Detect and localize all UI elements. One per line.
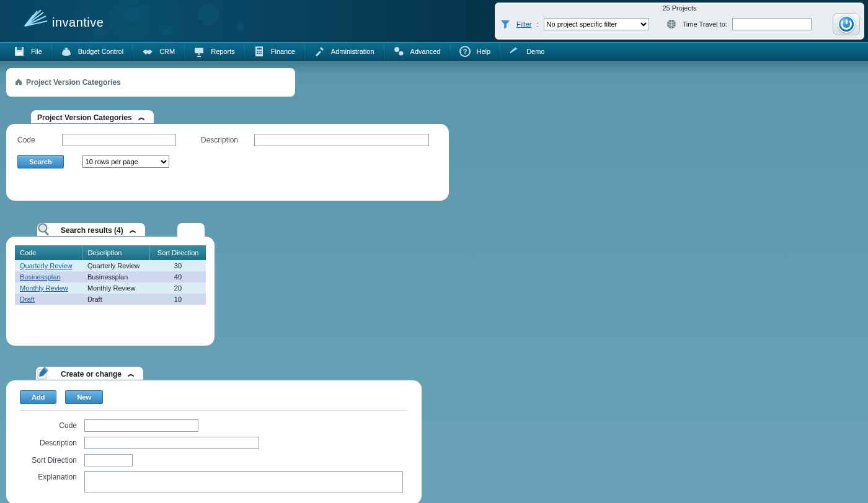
cell-desc: Monthly Review	[82, 282, 150, 294]
save-icon	[12, 45, 26, 58]
cell-desc: Businessplan	[82, 271, 150, 282]
brand-text: invantive	[52, 15, 104, 30]
timetravel-label: Time Travel to:	[683, 20, 727, 28]
cell-code: Businessplan	[15, 271, 82, 282]
projects-toolbar: 25 Projects Filter : No project specific…	[495, 2, 864, 40]
col-description[interactable]: Description	[82, 245, 150, 260]
menu-file[interactable]: File	[4, 43, 51, 60]
demo-icon	[508, 45, 521, 58]
description-input[interactable]	[254, 134, 429, 146]
results-aux-tab[interactable]	[177, 223, 205, 237]
tools-icon	[312, 45, 326, 58]
projects-count: 25 Projects	[499, 4, 860, 13]
svg-point-14	[399, 51, 403, 56]
menu-administration[interactable]: Administration	[304, 43, 383, 60]
divider	[20, 410, 408, 411]
search-button[interactable]: Search	[17, 155, 64, 168]
filter-select[interactable]: No project specific filter	[544, 18, 649, 30]
create-code-input[interactable]	[84, 419, 198, 432]
menu-label: Advanced	[410, 48, 441, 55]
svg-rect-4	[195, 48, 203, 53]
menu-help[interactable]: ? Help	[450, 43, 500, 60]
power-icon	[838, 15, 855, 33]
logo-icon	[19, 2, 48, 32]
filter-sep: :	[536, 20, 538, 28]
code-link[interactable]: Businessplan	[20, 273, 60, 281]
menu-crm[interactable]: CRM	[132, 43, 184, 60]
menu-label: Help	[477, 48, 491, 55]
menu-finance[interactable]: Finance	[244, 43, 304, 60]
presentation-icon	[192, 45, 206, 58]
svg-point-13	[394, 47, 399, 52]
menu-label: CRM	[159, 48, 175, 55]
cell-code: Draft	[15, 294, 82, 305]
create-code-label: Code	[20, 421, 77, 430]
col-sort[interactable]: Sort Direction	[150, 245, 206, 260]
menu-advanced[interactable]: Advanced	[383, 43, 450, 60]
code-input[interactable]	[62, 134, 176, 146]
svg-rect-2	[17, 47, 22, 50]
create-panel: Create or change ︽ Add New Code Descript…	[6, 380, 422, 503]
cell-sort: 40	[150, 271, 206, 282]
cell-code: Monthly Review	[15, 282, 82, 294]
brand-logo: invantive	[19, 2, 104, 32]
svg-rect-11	[259, 53, 260, 54]
menu-label: Finance	[271, 48, 295, 55]
table-row[interactable]: Quarterly ReviewQuarterly Review30	[15, 260, 206, 271]
create-expl-input[interactable]	[84, 471, 403, 492]
svg-rect-10	[257, 53, 258, 54]
add-button[interactable]: Add	[20, 390, 56, 404]
home-icon[interactable]	[15, 78, 22, 87]
results-panel-title: Search results (4)	[61, 226, 123, 235]
cell-sort: 20	[150, 282, 206, 294]
create-expl-label: Explanation	[20, 471, 77, 481]
create-panel-tab[interactable]: Create or change ︽	[36, 367, 143, 380]
handshake-icon	[141, 45, 154, 58]
chevron-up-icon: ︽	[138, 113, 145, 122]
code-link[interactable]: Quarterly Review	[20, 262, 72, 269]
create-sort-label: Sort Direction	[20, 456, 77, 465]
table-row[interactable]: BusinessplanBusinessplan40	[15, 271, 206, 282]
svg-rect-12	[260, 53, 262, 54]
svg-point-17	[38, 224, 46, 232]
main-menubar: File Budget Control CRM Reports Finance …	[0, 42, 868, 61]
timetravel-input[interactable]	[732, 18, 812, 30]
calculator-icon	[252, 45, 266, 58]
create-desc-input[interactable]	[84, 437, 259, 449]
menu-label: Demo	[526, 48, 544, 55]
rows-per-page-select[interactable]: 10 rows per page	[82, 155, 169, 168]
create-sort-input[interactable]	[84, 454, 133, 466]
svg-rect-8	[259, 51, 260, 52]
col-code[interactable]: Code	[15, 245, 82, 260]
svg-rect-18	[44, 230, 49, 235]
search-panel: Project Version Categories ︽ Code Descri…	[6, 124, 449, 201]
app-header: invantive 25 Projects Filter : No projec…	[0, 0, 868, 42]
menu-demo[interactable]: Demo	[499, 43, 553, 60]
cell-desc: Draft	[82, 294, 150, 305]
table-row[interactable]: Monthly ReviewMonthly Review20	[15, 282, 206, 294]
description-label: Description	[201, 136, 244, 144]
moneybag-icon	[60, 45, 73, 58]
create-desc-label: Description	[20, 439, 77, 447]
gears-icon	[392, 45, 405, 58]
cell-sort: 30	[150, 260, 206, 271]
menu-reports[interactable]: Reports	[184, 43, 244, 60]
search-panel-title: Project Version Categories	[37, 113, 132, 122]
search-panel-tab[interactable]: Project Version Categories ︽	[31, 110, 154, 123]
code-link[interactable]: Draft	[20, 295, 35, 303]
breadcrumb-text: Project Version Categories	[26, 78, 121, 87]
menu-budget-control[interactable]: Budget Control	[51, 43, 132, 60]
code-link[interactable]: Monthly Review	[20, 284, 68, 292]
filter-link[interactable]: Filter	[516, 20, 531, 28]
svg-rect-9	[260, 51, 262, 52]
menu-label: Administration	[331, 48, 374, 55]
cell-code: Quarterly Review	[15, 260, 82, 271]
results-panel-tab[interactable]: Search results (4) ︽	[37, 223, 145, 236]
chevron-up-icon: ︽	[130, 225, 136, 235]
table-row[interactable]: DraftDraft10	[15, 294, 206, 305]
magnifier-icon	[35, 221, 53, 237]
chevron-up-icon: ︽	[128, 369, 135, 378]
cell-sort: 10	[150, 294, 206, 305]
power-button[interactable]	[833, 13, 860, 35]
new-button[interactable]: New	[65, 390, 103, 404]
